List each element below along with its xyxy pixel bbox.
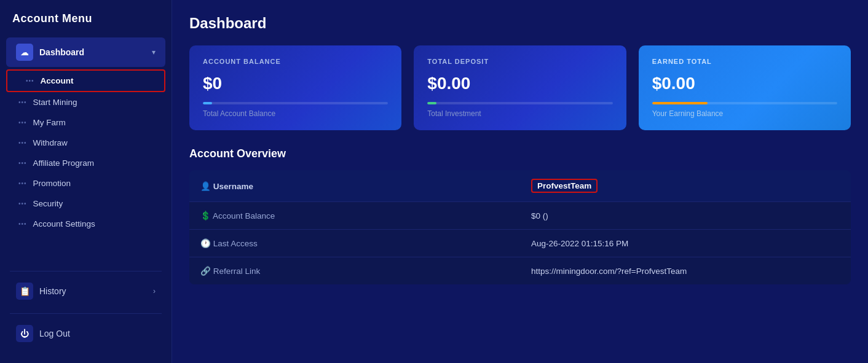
username-field-label: 👤 Username <box>189 170 520 202</box>
account-label: Account <box>41 76 74 85</box>
stat-card-account-balance: ACCOUNT BALANCE $0 Total Account Balance <box>189 45 401 130</box>
dashboard-group-label: Dashboard <box>39 47 146 57</box>
username-field-value: ProfvestTeam <box>520 170 851 202</box>
last-access-field-label: 🕐 Last Access <box>189 230 520 257</box>
history-chevron-icon: › <box>153 287 156 295</box>
logout-label: Log Out <box>39 329 156 338</box>
earned-total-value: $0.00 <box>652 74 837 93</box>
account-highlight-box: ••• Account <box>6 69 165 92</box>
sidebar-title: Account Menu <box>0 12 172 37</box>
overview-table: 👤 Username ProfvestTeam 💲 Account Balanc… <box>189 170 851 284</box>
history-label: History <box>39 286 147 296</box>
page-title: Dashboard <box>189 15 851 32</box>
total-deposit-bar <box>427 102 612 104</box>
sidebar-item-account-settings[interactable]: ••• Account Settings <box>0 214 172 234</box>
dollar-icon: 💲 <box>200 211 211 221</box>
logout-icon: ⏻ <box>16 325 33 342</box>
stat-card-earned-total: EARNED TOTAL $0.00 Your Earning Balance <box>639 45 851 130</box>
start-mining-label: Start Mining <box>33 98 77 107</box>
my-farm-label: My Farm <box>33 118 66 127</box>
table-row-referral: 🔗 Referral Link https://miningdoor.com/?… <box>189 257 851 285</box>
balance-field-label: 💲 Account Balance <box>189 202 520 230</box>
withdraw-dots: ••• <box>18 139 27 146</box>
affiliate-label: Affiliate Program <box>33 158 95 168</box>
account-settings-label: Account Settings <box>33 219 95 228</box>
account-balance-bar-fill <box>203 102 212 104</box>
main-content: Dashboard ACCOUNT BALANCE $0 Total Accou… <box>172 0 868 363</box>
account-balance-value: $0 <box>203 74 388 93</box>
account-overview-section: Account Overview 👤 Username ProfvestTeam… <box>189 147 851 284</box>
clock-icon: 🕐 <box>200 239 211 248</box>
sidebar: Account Menu ☁ Dashboard ▾ ••• Account •… <box>0 0 172 363</box>
account-settings-dots: ••• <box>18 221 27 227</box>
referral-field-label: 🔗 Referral Link <box>189 257 520 285</box>
account-balance-bar <box>203 102 388 104</box>
referral-field-value: https://miningdoor.com/?ref=ProfvestTeam <box>520 257 851 285</box>
earned-total-label: EARNED TOTAL <box>652 58 837 65</box>
my-farm-dots: ••• <box>18 119 27 126</box>
account-balance-label: ACCOUNT BALANCE <box>203 58 388 65</box>
dashboard-chevron-icon: ▾ <box>152 48 156 57</box>
security-dots: ••• <box>18 200 27 207</box>
start-mining-dots: ••• <box>18 99 27 106</box>
user-icon: 👤 <box>200 182 211 191</box>
cloud-icon: ☁ <box>16 44 33 61</box>
account-dots: ••• <box>26 77 34 84</box>
sidebar-item-promotion[interactable]: ••• Promotion <box>0 173 172 193</box>
stat-cards: ACCOUNT BALANCE $0 Total Account Balance… <box>189 45 851 130</box>
total-deposit-value: $0.00 <box>427 74 612 93</box>
table-row-last-access: 🕐 Last Access Aug-26-2022 01:15:16 PM <box>189 230 851 257</box>
sidebar-item-logout[interactable]: ⏻ Log Out <box>6 319 165 348</box>
sidebar-divider-2 <box>10 313 162 314</box>
link-icon: 🔗 <box>200 267 211 276</box>
promotion-dots: ••• <box>18 180 27 187</box>
sidebar-item-withdraw[interactable]: ••• Withdraw <box>0 133 172 153</box>
sidebar-nav: ☁ Dashboard ▾ ••• Account ••• Start Mini… <box>0 37 172 266</box>
total-deposit-bar-fill <box>427 102 436 104</box>
affiliate-dots: ••• <box>18 160 27 166</box>
username-value-highlight: ProfvestTeam <box>531 179 598 193</box>
table-row-balance: 💲 Account Balance $0 () <box>189 202 851 230</box>
sidebar-divider <box>10 271 162 271</box>
withdraw-label: Withdraw <box>33 138 68 147</box>
overview-title: Account Overview <box>189 147 851 160</box>
table-row-username: 👤 Username ProfvestTeam <box>189 170 851 202</box>
history-icon: 📋 <box>16 283 33 300</box>
earned-total-sublabel: Your Earning Balance <box>652 109 837 118</box>
promotion-label: Promotion <box>33 179 71 188</box>
security-label: Security <box>33 199 63 208</box>
balance-field-value: $0 () <box>520 202 851 230</box>
sidebar-item-history[interactable]: 📋 History › <box>6 276 165 306</box>
stat-card-total-deposit: TOTAL DEPOSIT $0.00 Total Investment <box>414 45 626 130</box>
account-balance-sublabel: Total Account Balance <box>203 109 388 118</box>
sidebar-item-affiliate[interactable]: ••• Affiliate Program <box>0 153 172 173</box>
earned-total-bar-fill <box>652 102 708 104</box>
sidebar-item-my-farm[interactable]: ••• My Farm <box>0 112 172 133</box>
sidebar-item-account[interactable]: ••• Account <box>7 71 164 91</box>
sidebar-item-start-mining[interactable]: ••• Start Mining <box>0 92 172 112</box>
last-access-field-value: Aug-26-2022 01:15:16 PM <box>520 230 851 257</box>
total-deposit-label: TOTAL DEPOSIT <box>427 58 612 65</box>
earned-total-bar <box>652 102 837 104</box>
total-deposit-sublabel: Total Investment <box>427 109 612 118</box>
sidebar-group-dashboard[interactable]: ☁ Dashboard ▾ <box>6 37 165 67</box>
sidebar-item-security[interactable]: ••• Security <box>0 193 172 214</box>
